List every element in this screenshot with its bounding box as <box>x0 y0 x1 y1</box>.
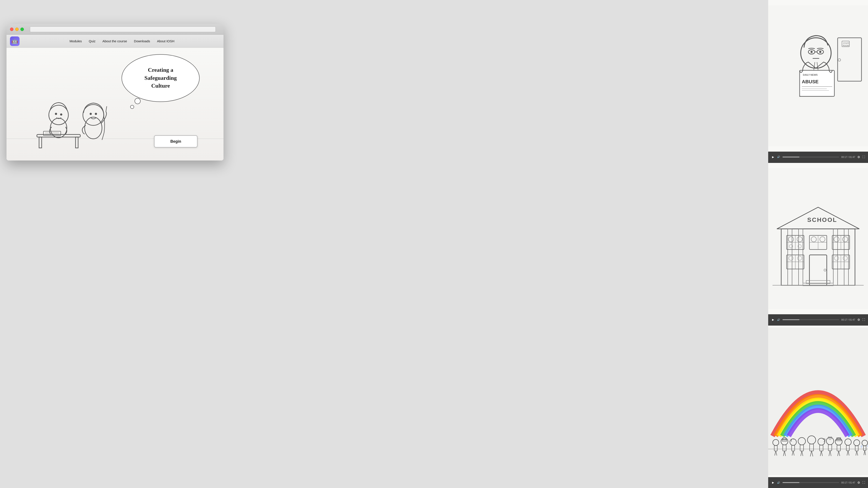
progress-bar-2[interactable] <box>782 319 839 320</box>
svg-point-8 <box>55 113 57 115</box>
settings-icon-3[interactable]: ⚙ <box>857 481 860 484</box>
svg-text:ROOM: ROOM <box>843 44 849 46</box>
time-display-1: 00:17 / 01:47 <box>841 156 855 158</box>
thought-bubble-text: Creating aSafeguardingCulture <box>140 62 181 94</box>
video-controls-3: 00:17 / 01:47 ⚙ ⛶ <box>768 477 868 488</box>
fullscreen-icon-3[interactable]: ⛶ <box>862 481 865 484</box>
thought-bubble: Creating aSafeguardingCulture <box>122 54 204 110</box>
begin-button-label: Begin <box>170 139 181 144</box>
svg-text:STAFF: STAFF <box>843 42 849 44</box>
progress-bar-3[interactable] <box>782 482 839 483</box>
video-thumbnail-3[interactable]: 00:17 / 01:47 ⚙ ⛶ <box>768 326 868 488</box>
video-controls-2: 00:17 / 01:47 ⚙ ⛶ <box>768 314 868 325</box>
svg-point-25 <box>819 51 822 53</box>
begin-button[interactable]: Begin <box>154 135 197 148</box>
video-content-2: SCHOOL <box>768 163 868 315</box>
volume-button-3[interactable] <box>777 481 780 484</box>
volume-button-2[interactable] <box>777 318 780 321</box>
play-button-1[interactable] <box>771 155 775 159</box>
video-illustration-1: STAFF ROOM <box>768 0 868 152</box>
svg-point-12 <box>90 113 92 115</box>
browser-titlebar <box>6 24 223 35</box>
minimize-button[interactable] <box>15 28 19 31</box>
progress-fill-3 <box>782 482 799 483</box>
app-logo[interactable]: 🤖 <box>10 36 20 46</box>
nav-modules[interactable]: Modules <box>69 38 82 44</box>
play-button-3[interactable] <box>771 481 775 484</box>
nav-quiz[interactable]: Quiz <box>89 38 95 44</box>
svg-point-24 <box>810 51 813 53</box>
svg-point-13 <box>95 113 97 115</box>
fullscreen-icon-1[interactable]: ⛶ <box>862 156 865 159</box>
svg-point-11 <box>83 104 104 125</box>
play-button-2[interactable] <box>771 318 775 321</box>
settings-icon-1[interactable]: ⚙ <box>857 155 860 159</box>
svg-point-7 <box>49 105 68 125</box>
nav-downloads[interactable]: Downloads <box>134 38 150 44</box>
thought-dot-large <box>134 98 141 104</box>
svg-rect-2 <box>75 137 78 148</box>
browser-content: 🤖 Modules Quiz About the course Download… <box>6 35 223 161</box>
svg-point-10 <box>85 117 102 139</box>
nav-about-iosh[interactable]: About IOSH <box>157 38 175 44</box>
right-panel: STAFF ROOM <box>768 0 868 488</box>
svg-text:ABUSE: ABUSE <box>802 79 818 85</box>
progress-fill-1 <box>782 157 799 158</box>
settings-icon-2[interactable]: ⚙ <box>857 318 860 321</box>
volume-button-1[interactable] <box>777 155 780 159</box>
video-thumbnail-2[interactable]: SCHOOL <box>768 163 868 326</box>
characters-svg <box>20 67 132 150</box>
nav-items: Modules Quiz About the course Downloads … <box>24 38 220 44</box>
time-display-2: 00:17 / 01:47 <box>841 318 855 321</box>
video-illustration-2: SCHOOL <box>768 163 868 315</box>
progress-fill-2 <box>782 319 799 320</box>
thought-bubble-shape: Creating aSafeguardingCulture <box>122 54 199 102</box>
address-bar[interactable] <box>30 27 216 32</box>
video-thumbnail-1[interactable]: STAFF ROOM <box>768 0 868 163</box>
svg-text:DAILY NEWS: DAILY NEWS <box>803 73 818 76</box>
nav-bar: 🤖 Modules Quiz About the course Download… <box>6 35 223 48</box>
fullscreen-icon-2[interactable]: ⛶ <box>862 318 865 321</box>
main-content: Creating aSafeguardingCulture <box>6 48 223 161</box>
time-display-3: 00:17 / 01:47 <box>841 481 855 484</box>
video-illustration-3 <box>768 326 868 477</box>
svg-point-9 <box>60 113 62 116</box>
nav-about-course[interactable]: About the course <box>102 38 127 44</box>
logo-icon: 🤖 <box>11 38 18 44</box>
close-button[interactable] <box>10 28 13 31</box>
progress-bar-1[interactable] <box>782 157 839 158</box>
svg-rect-1 <box>39 137 42 148</box>
character-illustration <box>20 67 128 143</box>
svg-text:SCHOOL: SCHOOL <box>807 217 837 223</box>
video-content-1: STAFF ROOM <box>768 0 868 152</box>
browser-window: 🤖 Modules Quiz About the course Download… <box>6 24 223 161</box>
video-controls-1: 00:17 / 01:47 ⚙ ⛶ <box>768 152 868 162</box>
maximize-button[interactable] <box>21 28 24 31</box>
video-content-3 <box>768 326 868 477</box>
